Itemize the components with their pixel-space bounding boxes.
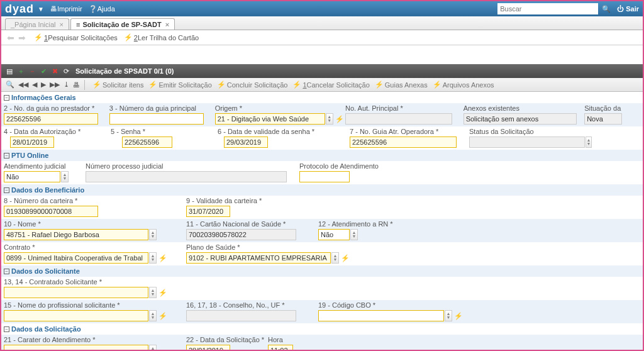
section-header-dados-solicitacao: − Dados da Solicitação (1, 323, 643, 335)
spinner-icon[interactable] (445, 310, 452, 321)
hora-input[interactable] (268, 345, 293, 350)
guia-principal-input[interactable] (109, 113, 204, 125)
spinner-icon[interactable] (149, 229, 157, 240)
senha-input[interactable] (122, 136, 172, 148)
conselho-input[interactable] (186, 310, 296, 321)
bolt-icon: ⚡ (433, 81, 441, 89)
contratado-solicitante-input[interactable] (4, 287, 148, 298)
spinner-icon[interactable] (149, 287, 157, 298)
forward-icon[interactable]: ➡ (18, 33, 26, 43)
search-input[interactable] (497, 3, 598, 14)
collapse-icon[interactable]: − (4, 187, 9, 193)
spinner-icon[interactable] (149, 252, 157, 264)
print-icon[interactable]: 🖶 (73, 81, 80, 89)
back-icon[interactable]: ⬅ (7, 33, 14, 43)
section-title: Dados do Beneficiário (11, 186, 84, 194)
check-icon[interactable]: ✔ (39, 67, 48, 75)
next-icon[interactable]: ▶ (41, 81, 46, 89)
search-icon[interactable]: 🔍 (602, 5, 611, 13)
collapse-icon[interactable]: − (4, 326, 9, 332)
spinner-icon[interactable] (149, 310, 157, 321)
action-solicitar-itens[interactable]: ⚡Solicitar itens (92, 81, 143, 89)
plus-icon[interactable]: ＋ (16, 67, 25, 76)
collapse-icon[interactable]: − (4, 153, 9, 159)
spinner-icon[interactable] (586, 136, 592, 148)
row (1, 136, 643, 150)
action-guias-anexas[interactable]: ⚡Guias Anexas (375, 81, 428, 89)
panel-title: Solicitação de SPSADT 0/1 (0) (75, 67, 174, 75)
atendimento-rn-input[interactable] (318, 229, 350, 240)
action-arquivos-anexos[interactable]: ⚡Arquivos Anexos (433, 81, 494, 89)
data-solicitacao-input[interactable] (186, 345, 230, 350)
bolt-icon[interactable]: ⚡ (454, 312, 463, 320)
spinner-icon[interactable] (350, 229, 358, 240)
plano-input[interactable] (186, 252, 331, 264)
menu-dropdown-icon[interactable]: ▼ (38, 6, 44, 13)
status-input[interactable] (469, 136, 585, 148)
data-validade-senha-input[interactable] (224, 136, 268, 148)
label: Concluir Solicitação (227, 81, 288, 89)
bolt-icon: ⚡ (34, 33, 43, 42)
last-icon[interactable]: ▶▶ (50, 81, 60, 89)
cancel-icon[interactable]: ✖ (50, 67, 59, 75)
bolt-icon[interactable]: ⚡ (341, 254, 350, 262)
help-icon: ❔ (89, 5, 97, 13)
first-icon[interactable]: ◀◀ (18, 81, 28, 89)
cartao-nacional-input[interactable] (186, 229, 296, 240)
close-icon[interactable]: × (60, 21, 64, 28)
close-icon[interactable]: × (165, 21, 169, 28)
list-icon[interactable]: ▤ (5, 67, 14, 75)
origem-input[interactable] (215, 113, 325, 125)
collapse-icon[interactable]: − (4, 95, 9, 101)
guia-operadora-input[interactable] (350, 136, 457, 148)
bolt-icon[interactable]: ⚡ (158, 289, 167, 297)
bolt-icon[interactable]: ⚡ (335, 115, 344, 123)
tab-solicitacao[interactable]: ≡ Solicitação de SP-SADT × (70, 18, 175, 30)
aut-principal-input[interactable] (345, 113, 452, 125)
label: Emitir Solicitação (158, 81, 211, 89)
action-emitir[interactable]: ⚡Emitir Solicitação (148, 81, 211, 89)
atendimento-judicial-input[interactable] (4, 171, 60, 182)
carater-atendimento-input[interactable] (4, 345, 148, 350)
processo-judicial-input[interactable] (86, 171, 287, 182)
contrato-input[interactable] (4, 252, 148, 264)
bolt-icon[interactable]: ⚡ (158, 312, 167, 320)
print-button[interactable]: 🖶 Imprimir (50, 5, 82, 13)
action-ler-trilha[interactable]: ⚡ 2Ler Trilha do Cartão (124, 33, 199, 42)
help-button[interactable]: ❔ Ajuda (89, 5, 115, 13)
export-icon[interactable]: ⤓ (64, 81, 69, 89)
data-autorizacao-input[interactable] (10, 136, 54, 148)
tab-home[interactable]: _Página Inicial × (5, 18, 69, 30)
nome-input[interactable] (4, 229, 148, 240)
numero-carteira-input[interactable] (4, 206, 98, 217)
profissional-input[interactable] (4, 310, 148, 321)
exit-button[interactable]: ⏻ Sair (617, 5, 639, 13)
cbo-input[interactable] (318, 310, 444, 321)
print-label: Imprimir (57, 5, 82, 13)
action-cancelar[interactable]: ⚡1Cancelar Solicitação (292, 81, 369, 89)
label: Hora (268, 336, 318, 344)
spinner-icon[interactable] (331, 252, 339, 264)
spinner-icon[interactable] (149, 345, 157, 350)
label: 16, 17, 18 - Conselho, No., UF * (186, 301, 318, 309)
validade-carteira-input[interactable] (186, 206, 230, 217)
prev-icon[interactable]: ◀ (32, 81, 37, 89)
bolt-icon[interactable]: ⚡ (158, 254, 167, 262)
protocolo-input[interactable] (299, 171, 350, 182)
printer-icon: 🖶 (50, 5, 57, 13)
label: Arquivos Anexos (443, 81, 494, 89)
action-concluir[interactable]: ⚡Concluir Solicitação (217, 81, 288, 89)
spinner-icon[interactable] (326, 113, 333, 125)
label: 22 - Data da Solicitação * (186, 336, 268, 344)
minus-icon[interactable]: － (28, 67, 36, 76)
tab-label: _Página Inicial (11, 21, 56, 28)
search-icon[interactable]: 🔍 (6, 81, 14, 89)
row: ⚡ ⚡ (1, 309, 643, 323)
action-pesquisar[interactable]: ⚡ 1Pesquisar Solicitações (34, 33, 118, 42)
refresh-icon[interactable]: ⟳ (62, 67, 70, 75)
spinner-icon[interactable] (61, 171, 69, 182)
guia-prestador-input[interactable] (4, 113, 98, 125)
label: Ler Trilha do Cartão (138, 34, 199, 42)
collapse-icon[interactable]: − (4, 269, 9, 274)
label: 21 - Carater do Atendimento * (4, 336, 186, 344)
